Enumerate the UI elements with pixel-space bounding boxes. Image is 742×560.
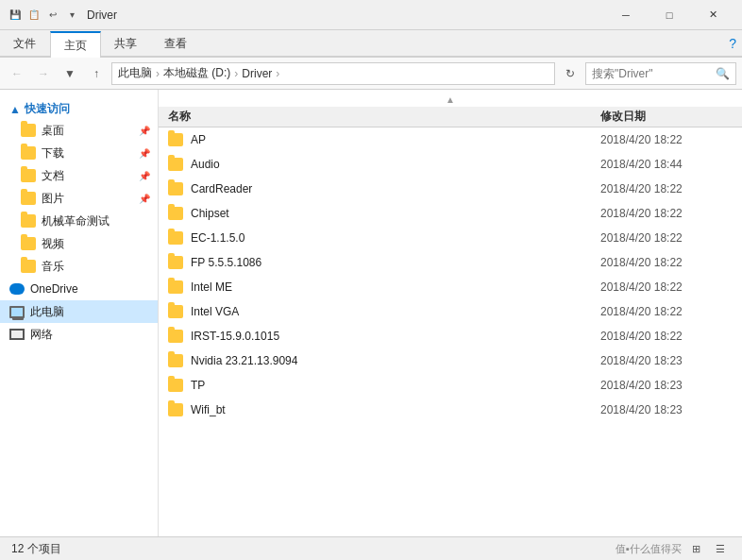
sidebar-item-this-pc[interactable]: 此电脑 bbox=[0, 300, 158, 323]
address-bar: ← → ▼ ↑ 此电脑 › 本地磁盘 (D:) › Driver › ↻ 🔍 bbox=[0, 58, 742, 90]
sidebar-item-pictures[interactable]: 图片 📌 bbox=[0, 187, 158, 210]
sidebar-item-label: 此电脑 bbox=[30, 304, 64, 320]
back-button[interactable]: ← bbox=[6, 62, 28, 85]
table-row[interactable]: Wifi_bt 2018/4/20 18:23 bbox=[159, 398, 742, 422]
folder-icon bbox=[21, 192, 36, 205]
sidebar-item-jiexie[interactable]: 机械革命测试 bbox=[0, 210, 158, 232]
sidebar-item-videos[interactable]: 视频 bbox=[0, 232, 158, 255]
tab-view[interactable]: 查看 bbox=[151, 30, 201, 57]
table-row[interactable]: Intel ME 2018/4/20 18:22 bbox=[159, 275, 742, 299]
forward-button[interactable]: → bbox=[32, 62, 55, 85]
help-icon[interactable]: ? bbox=[729, 36, 736, 51]
ribbon-tabs: 文件 主页 共享 查看 ? bbox=[0, 30, 742, 57]
folder-icon bbox=[21, 237, 36, 250]
list-view-button[interactable]: ☰ bbox=[710, 540, 731, 559]
pin-icon: 📌 bbox=[139, 126, 150, 136]
sidebar-item-documents[interactable]: 文档 📌 bbox=[0, 164, 158, 187]
tab-home[interactable]: 主页 bbox=[50, 31, 101, 58]
folder-icon bbox=[21, 169, 36, 182]
sidebar-item-music[interactable]: 音乐 bbox=[0, 255, 158, 278]
sidebar-item-label: 下载 bbox=[42, 145, 64, 161]
file-date: 2018/4/20 18:23 bbox=[600, 379, 733, 392]
file-name: Intel VGA bbox=[191, 305, 600, 318]
window-title: Driver bbox=[87, 8, 604, 22]
pin-icon: 📌 bbox=[139, 148, 150, 159]
tab-share[interactable]: 共享 bbox=[101, 30, 151, 57]
column-date[interactable]: 修改日期 bbox=[600, 109, 733, 125]
save-icon[interactable]: 💾 bbox=[8, 8, 23, 23]
folder-icon bbox=[168, 256, 183, 269]
breadcrumb-drive[interactable]: 本地磁盘 (D:) bbox=[163, 65, 230, 81]
search-input[interactable] bbox=[592, 67, 712, 80]
table-row[interactable]: IRST-15.9.0.1015 2018/4/20 18:22 bbox=[159, 324, 742, 348]
folder-icon bbox=[168, 133, 183, 146]
table-row[interactable]: Chipset 2018/4/20 18:22 bbox=[159, 201, 742, 226]
table-row[interactable]: Intel VGA 2018/4/20 18:22 bbox=[159, 299, 742, 324]
table-row[interactable]: AP 2018/4/20 18:22 bbox=[159, 127, 742, 152]
sidebar-item-label: 视频 bbox=[42, 236, 64, 252]
content-area: ▲ 快速访问 桌面 📌 下载 📌 文档 📌 图片 📌 机械革命测试 bbox=[0, 90, 742, 536]
file-date: 2018/4/20 18:22 bbox=[600, 256, 733, 269]
pin-icon: 📌 bbox=[139, 194, 150, 204]
folder-icon bbox=[21, 124, 36, 137]
table-row[interactable]: CardReader 2018/4/20 18:22 bbox=[159, 177, 742, 201]
column-name[interactable]: 名称 bbox=[168, 109, 600, 125]
table-row[interactable]: TP 2018/4/20 18:23 bbox=[159, 373, 742, 398]
file-date: 2018/4/20 18:23 bbox=[600, 403, 733, 416]
dropdown-icon[interactable]: ▾ bbox=[64, 8, 79, 23]
search-box[interactable]: 🔍 bbox=[585, 62, 736, 85]
folder-icon bbox=[168, 330, 183, 343]
sidebar-item-label: 文档 bbox=[42, 168, 64, 184]
sep2: › bbox=[234, 67, 238, 80]
table-row[interactable]: Audio 2018/4/20 18:44 bbox=[159, 152, 742, 177]
sidebar: ▲ 快速访问 桌面 📌 下载 📌 文档 📌 图片 📌 机械革命测试 bbox=[0, 90, 159, 536]
sidebar-section-quick-access[interactable]: ▲ 快速访问 bbox=[0, 97, 158, 119]
pc-icon bbox=[9, 306, 25, 318]
sidebar-item-label: 图片 bbox=[42, 191, 64, 207]
table-row[interactable]: Nvidia 23.21.13.9094 2018/4/20 18:23 bbox=[159, 348, 742, 373]
file-name: Chipset bbox=[191, 207, 600, 220]
maximize-button[interactable]: □ bbox=[648, 0, 691, 30]
file-date: 2018/4/20 18:23 bbox=[600, 354, 733, 367]
folder-icon bbox=[168, 379, 183, 392]
file-date: 2018/4/20 18:22 bbox=[600, 280, 733, 294]
item-count: 12 个项目 bbox=[11, 541, 61, 557]
table-row[interactable]: EC-1.1.5.0 2018/4/20 18:22 bbox=[159, 226, 742, 250]
folder-icon bbox=[21, 214, 36, 228]
file-date: 2018/4/20 18:22 bbox=[600, 207, 733, 220]
file-date: 2018/4/20 18:44 bbox=[600, 158, 733, 171]
file-name: AP bbox=[191, 133, 600, 146]
quick-access-toolbar[interactable]: 💾 📋 ↩ ▾ bbox=[8, 8, 79, 23]
file-date: 2018/4/20 18:22 bbox=[600, 305, 733, 318]
up-button[interactable]: ↑ bbox=[85, 62, 108, 85]
collapse-icon: ▲ bbox=[9, 103, 21, 116]
pin-icon[interactable]: 📋 bbox=[26, 8, 42, 23]
sidebar-item-downloads[interactable]: 下载 📌 bbox=[0, 142, 158, 164]
refresh-button[interactable]: ↻ bbox=[559, 62, 582, 85]
recent-locations-button[interactable]: ▼ bbox=[59, 62, 81, 85]
tab-file[interactable]: 文件 bbox=[0, 30, 50, 57]
watermark: 值▪什么值得买 bbox=[616, 542, 682, 556]
address-path[interactable]: 此电脑 › 本地磁盘 (D:) › Driver › bbox=[111, 62, 555, 85]
file-list-area: ▲ 名称 修改日期 AP 2018/4/20 18:22 Audio 2018/… bbox=[159, 90, 742, 536]
sidebar-item-desktop[interactable]: 桌面 📌 bbox=[0, 119, 158, 142]
folder-icon bbox=[168, 403, 183, 416]
breadcrumb-driver[interactable]: Driver bbox=[242, 67, 272, 80]
search-icon[interactable]: 🔍 bbox=[716, 67, 730, 80]
sidebar-item-onedrive[interactable]: OneDrive bbox=[0, 278, 158, 300]
table-row[interactable]: FP 5.5.5.1086 2018/4/20 18:22 bbox=[159, 250, 742, 275]
network-icon bbox=[9, 329, 25, 340]
minimize-button[interactable]: ─ bbox=[604, 0, 648, 30]
cloud-icon bbox=[9, 283, 25, 295]
file-name: TP bbox=[191, 379, 600, 392]
breadcrumb-this-pc[interactable]: 此电脑 bbox=[118, 65, 152, 81]
undo-icon[interactable]: ↩ bbox=[45, 8, 60, 23]
close-button[interactable]: ✕ bbox=[691, 0, 734, 30]
grid-view-button[interactable]: ⊞ bbox=[685, 540, 706, 559]
section-label: 快速访问 bbox=[25, 101, 70, 117]
pin-icon: 📌 bbox=[139, 171, 150, 181]
sidebar-item-network[interactable]: 网络 bbox=[0, 323, 158, 346]
status-bar: 12 个项目 值▪什么值得买 ⊞ ☰ bbox=[0, 536, 742, 560]
sort-indicator-up: ▲ bbox=[446, 94, 455, 105]
window-controls[interactable]: ─ □ ✕ bbox=[604, 0, 734, 30]
